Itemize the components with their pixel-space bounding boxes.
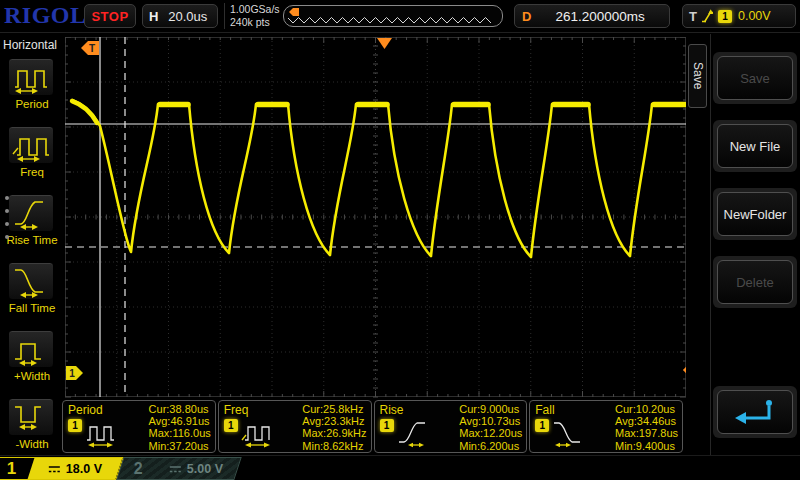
softkey-column: Save New File NewFolder Delete (710, 34, 798, 455)
save-menu-tab: Save (688, 44, 707, 108)
run-state-indicator[interactable]: STOP (84, 4, 136, 28)
minus-width-icon (11, 400, 51, 434)
measurement-max: Max:26.9kHz (302, 427, 366, 439)
measurement-avg: Avg:34.46us (615, 415, 678, 427)
softkey-cell: NewFolder (713, 188, 797, 240)
new-file-button[interactable]: New File (717, 124, 793, 168)
plus-width-icon (11, 332, 51, 366)
rise-time-icon (11, 196, 51, 230)
measurement-cur: Cur:38.80us (149, 403, 211, 415)
svg-text:1: 1 (69, 368, 75, 379)
acquisition-info: 1.00GSa/s 240k pts (224, 3, 280, 29)
freq-meas-icon (241, 418, 273, 448)
period-icon (11, 60, 51, 94)
measurement-max: Max:116.0us (149, 427, 211, 439)
new-folder-button[interactable]: NewFolder (717, 192, 793, 236)
rigol-logo: RIGOL (4, 2, 87, 29)
horizontal-timebase-box[interactable]: H 20.0us (142, 4, 218, 28)
menu-item-rise-time[interactable] (8, 194, 54, 232)
menu-scroll-dot (5, 209, 9, 213)
menu-label-minus-width: -Width (0, 438, 64, 450)
return-arrow-icon (727, 395, 783, 429)
menu-item-plus-width[interactable] (8, 330, 54, 368)
measurement-min: Min:9.400us (615, 440, 678, 452)
memory-waveform-preview[interactable] (283, 5, 503, 27)
svg-text:T: T (89, 43, 95, 54)
menu-label-plus-width: +Width (0, 370, 64, 382)
measurement-results-row: Period 1 Cur:38.80us Avg:46.91us Max:116… (62, 400, 683, 453)
measurement-source-badge: 1 (68, 419, 82, 432)
channel-status-bar: 1 18.0 V 2 5.00 V (0, 455, 800, 480)
menu-label-period: Period (0, 98, 64, 110)
menu-scroll-dot (5, 196, 9, 200)
channel1-status[interactable]: 1 18.0 V (0, 457, 124, 480)
menu-item-fall-time[interactable] (8, 262, 54, 300)
menu-item-period[interactable] (8, 58, 54, 96)
save-menu-tab-label: Save (691, 62, 705, 89)
measurement-source-badge: 1 (380, 419, 394, 432)
menu-label-rise-time: Rise Time (0, 234, 64, 246)
period-meas-icon (85, 418, 117, 448)
channel1-scale: 18.0 V (66, 462, 102, 476)
softkey-cell: Delete (713, 256, 797, 308)
header-bar: RIGOL STOP H 20.0us 1.00GSa/s 240k pts D… (0, 0, 800, 33)
menu-label-fall-time: Fall Time (0, 302, 64, 314)
save-menu-panel: Save Save New File NewFolder Delete (686, 34, 800, 455)
timebase-value: 20.0us (158, 9, 217, 24)
measurement-avg: Avg:10.73us (459, 415, 522, 427)
freq-icon (11, 128, 51, 162)
measurement-name: Fall (535, 403, 554, 417)
menu-item-minus-width[interactable] (8, 398, 54, 436)
measurement-name: Period (68, 403, 103, 417)
measurement-cur: Cur:9.000us (459, 403, 522, 415)
measurement-panel-fall: Fall 1 Cur:10.20us Avg:34.46us Max:197.8… (529, 400, 683, 453)
softkey-cell: New File (713, 120, 797, 172)
delete-button[interactable]: Delete (717, 260, 793, 304)
fall-time-icon (11, 264, 51, 298)
measurement-min: Min:6.200us (459, 440, 522, 452)
channel1-number: 1 (7, 459, 16, 479)
fall-meas-icon (552, 418, 584, 448)
measure-menu-title: Horizontal (3, 38, 57, 52)
horizontal-label: H (149, 9, 158, 24)
measurement-name: Rise (380, 403, 404, 417)
measure-menu-panel: Horizontal Period Freq Rise Time (0, 34, 64, 454)
delay-value: 261.200000ms (531, 9, 669, 24)
trigger-readout[interactable]: T 1 0.00V (682, 4, 796, 28)
channel2-status[interactable]: 2 5.00 V (116, 457, 241, 480)
measurement-cur: Cur:25.8kHz (302, 403, 366, 415)
return-button[interactable] (717, 390, 793, 434)
save-button[interactable]: Save (717, 56, 793, 100)
measurement-max: Max:197.8us (615, 427, 678, 439)
dc-coupling-icon (169, 464, 182, 473)
run-state-label: STOP (91, 9, 128, 24)
trigger-level-value: 0.00V (738, 9, 771, 23)
menu-scroll-dot (5, 222, 9, 226)
menu-scroll-dot (5, 235, 9, 239)
softkey-cell (713, 386, 797, 438)
trigger-source-badge: 1 (718, 10, 732, 23)
measurement-avg: Avg:46.91us (149, 415, 211, 427)
delay-readout[interactable]: D 261.200000ms (514, 4, 670, 28)
trigger-label: T (689, 9, 697, 24)
memory-depth: 240k pts (230, 16, 280, 29)
softkey-cell: Save (713, 52, 797, 104)
measurement-min: Min:37.20us (149, 440, 211, 452)
sample-rate: 1.00GSa/s (230, 3, 280, 16)
measurement-cur: Cur:10.20us (615, 403, 678, 415)
rise-meas-icon (397, 418, 429, 448)
measurement-panel-period: Period 1 Cur:38.80us Avg:46.91us Max:116… (62, 400, 216, 453)
menu-item-freq[interactable] (8, 126, 54, 164)
channel2-scale: 5.00 V (187, 462, 223, 476)
measurement-max: Max:12.20us (459, 427, 522, 439)
measurement-name: Freq (224, 403, 249, 417)
menu-label-freq: Freq (0, 166, 64, 178)
measurement-min: Min:8.62kHz (302, 440, 366, 452)
measurement-avg: Avg:23.3kHz (302, 415, 366, 427)
dc-coupling-icon (48, 464, 61, 473)
measurement-panel-freq: Freq 1 Cur:25.8kHz Avg:23.3kHz Max:26.9k… (218, 400, 372, 453)
memory-waveform-icon (284, 6, 502, 26)
delay-label: D (522, 9, 531, 24)
measurement-source-badge: 1 (535, 419, 549, 432)
measurement-source-badge: 1 (224, 419, 238, 432)
